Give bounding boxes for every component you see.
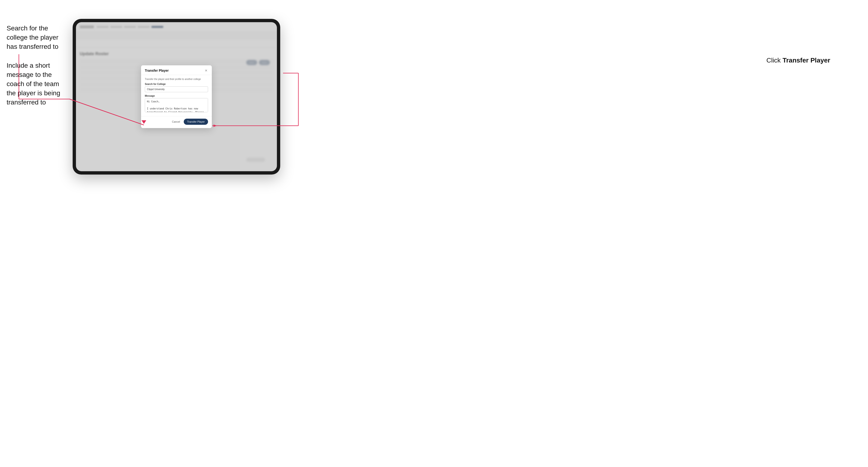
annotation-right-container: Click Transfer Player bbox=[766, 57, 830, 64]
modal-subtitle: Transfer the player and their profile to… bbox=[145, 78, 208, 81]
search-college-label: Search for College bbox=[145, 83, 208, 85]
transfer-player-modal: Transfer Player ✕ Transfer the player an… bbox=[141, 65, 212, 128]
cancel-button[interactable]: Cancel bbox=[170, 119, 182, 125]
annotation-message-text: Include a short message to the coach of … bbox=[7, 61, 68, 107]
message-textarea[interactable]: Hi Coach, I understand Chris Robertson h… bbox=[145, 98, 208, 112]
transfer-player-button[interactable]: Transfer Player bbox=[184, 119, 208, 125]
tablet-device: Update Roster Action Action Transfer Pla… bbox=[73, 19, 280, 175]
modal-title: Transfer Player bbox=[145, 69, 168, 72]
annotation-left-container: Search for the college the player has tr… bbox=[7, 24, 68, 117]
tablet-screen: Update Roster Action Action Transfer Pla… bbox=[76, 22, 277, 171]
message-label: Message bbox=[145, 95, 208, 97]
modal-footer: Cancel Transfer Player bbox=[141, 116, 212, 128]
modal-overlay: Transfer Player ✕ Transfer the player an… bbox=[76, 22, 277, 171]
annotation-transfer-label: Transfer Player bbox=[783, 57, 830, 64]
modal-body: Transfer the player and their profile to… bbox=[141, 75, 212, 116]
search-college-input[interactable] bbox=[145, 86, 208, 92]
modal-close-button[interactable]: ✕ bbox=[204, 69, 208, 72]
annotation-click-label: Click bbox=[766, 57, 782, 64]
annotation-search-text: Search for the college the player has tr… bbox=[7, 24, 68, 52]
modal-header: Transfer Player ✕ bbox=[141, 65, 212, 75]
